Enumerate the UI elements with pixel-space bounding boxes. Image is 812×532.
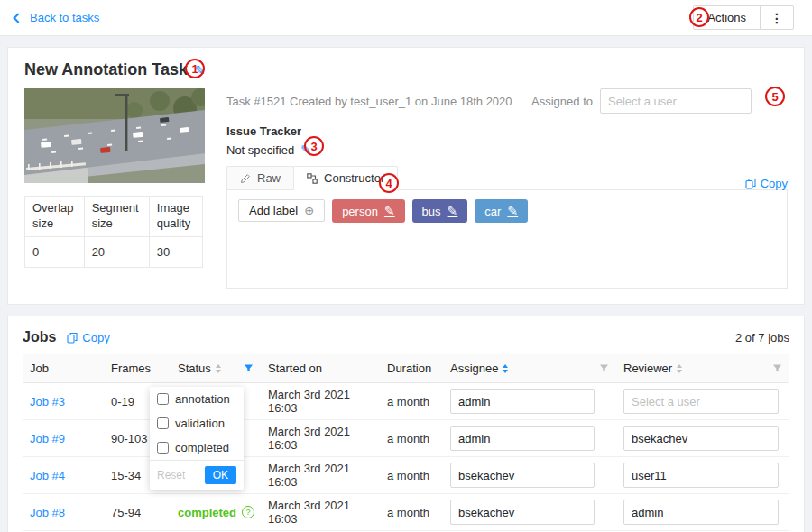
edit-label-person-icon[interactable]: ✎ xyxy=(384,204,395,218)
status-help-icon[interactable]: ? xyxy=(242,506,254,518)
column-duration[interactable]: Duration xyxy=(380,354,443,383)
param-header-overlap: Overlap size xyxy=(25,197,85,237)
duration-cell: a month xyxy=(380,420,443,457)
task-preview-image xyxy=(24,88,205,183)
assignee-input[interactable] xyxy=(450,426,595,451)
duration-cell: a month xyxy=(380,494,443,531)
column-reviewer-label[interactable]: Reviewer xyxy=(623,362,672,375)
back-to-tasks-label: Back to tasks xyxy=(30,11,99,24)
assigned-to-wrap: Assigned to xyxy=(531,88,788,114)
assignee-sort-icons[interactable] xyxy=(503,364,508,373)
table-row: Job #8 75-94 completed ? March 3rd 2021 … xyxy=(23,494,789,531)
column-started-on[interactable]: Started on xyxy=(261,354,380,383)
assigned-to-input[interactable] xyxy=(600,88,752,114)
column-frames[interactable]: Frames xyxy=(104,354,171,383)
filter-option-validation[interactable]: validation xyxy=(150,411,244,436)
filter-option-annotation-label: annotation xyxy=(175,392,230,406)
annotation-marker-3: 3 xyxy=(304,136,324,156)
param-header-segment: Segment size xyxy=(84,197,149,237)
label-chip-person[interactable]: person ✎ xyxy=(332,199,404,223)
param-value-overlap: 0 xyxy=(25,236,85,267)
add-label-button[interactable]: Add label ⊕ xyxy=(238,199,325,222)
label-chip-person-name: person xyxy=(342,205,378,218)
jobs-card: Jobs Copy 2 of 7 jobs Job Frames Status xyxy=(7,316,805,532)
filter-checkbox-completed[interactable] xyxy=(157,442,169,454)
reviewer-filter-icon[interactable] xyxy=(772,363,782,373)
reviewer-input[interactable] xyxy=(623,389,779,414)
duration-cell: a month xyxy=(380,457,443,494)
column-assignee-label[interactable]: Assignee xyxy=(450,362,498,375)
assignee-input[interactable] xyxy=(450,463,595,488)
tab-raw-label: Raw xyxy=(257,171,281,185)
label-chip-bus[interactable]: bus ✎ xyxy=(412,199,468,223)
job-link[interactable]: Job #3 xyxy=(30,395,65,408)
table-row: Job #4 15-34 March 3rd 2021 16:03 a mont… xyxy=(23,457,789,494)
task-details-card: New Annotation Task ✎ xyxy=(7,47,805,305)
plus-circle-icon: ⊕ xyxy=(304,204,314,217)
constructor-icon xyxy=(307,173,318,184)
reviewer-input[interactable] xyxy=(623,426,779,451)
label-chip-car-name: car xyxy=(484,205,501,218)
task-title-row: New Annotation Task ✎ xyxy=(24,60,788,79)
labels-copy-label: Copy xyxy=(761,177,788,190)
filter-ok-button[interactable]: OK xyxy=(205,466,236,484)
copy-icon xyxy=(745,178,756,189)
more-menu-button[interactable]: ⋮ xyxy=(760,5,794,30)
filter-option-validation-label: validation xyxy=(175,417,225,430)
column-assignee: Assignee xyxy=(443,354,616,383)
edit-label-bus-icon[interactable]: ✎ xyxy=(448,204,458,218)
tab-raw[interactable]: Raw xyxy=(226,166,294,190)
jobs-copy-link[interactable]: Copy xyxy=(67,331,109,344)
assignee-input[interactable] xyxy=(450,500,595,525)
column-status: Status xyxy=(171,354,261,383)
edit-label-car-icon[interactable]: ✎ xyxy=(507,204,518,218)
label-chip-bus-name: bus xyxy=(422,205,441,218)
jobs-header: Jobs Copy 2 of 7 jobs xyxy=(23,327,789,347)
status-cell: completed ? xyxy=(171,494,261,531)
job-link[interactable]: Job #8 xyxy=(30,506,65,519)
job-link[interactable]: Job #9 xyxy=(30,432,65,445)
column-status-label[interactable]: Status xyxy=(178,362,211,375)
task-left-column: Overlap size Segment size Image quality … xyxy=(24,88,205,289)
frames-cell: 75-94 xyxy=(104,494,171,531)
job-link[interactable]: Job #4 xyxy=(30,469,65,482)
add-label-text: Add label xyxy=(249,204,298,217)
assignee-input[interactable] xyxy=(450,389,595,414)
filter-reset-button[interactable]: Reset xyxy=(157,469,185,482)
filter-option-completed[interactable]: completed xyxy=(150,436,244,460)
filter-checkbox-annotation[interactable] xyxy=(157,393,169,405)
filter-option-annotation[interactable]: annotation xyxy=(150,387,244,411)
status-filter-icon[interactable] xyxy=(244,363,254,373)
param-value-segment: 20 xyxy=(84,236,149,267)
column-reviewer: Reviewer xyxy=(616,354,789,383)
jobs-copy-label: Copy xyxy=(82,331,109,344)
labels-tabs-row: Raw Constructor Copy xyxy=(226,166,788,190)
status-sort-icons[interactable] xyxy=(216,364,221,373)
copy-icon xyxy=(67,332,78,344)
filter-option-completed-label: completed xyxy=(175,441,229,454)
param-header-quality: Image quality xyxy=(149,197,202,237)
label-chip-car[interactable]: car ✎ xyxy=(475,199,528,223)
column-job[interactable]: Job xyxy=(23,354,104,383)
tab-constructor-label: Constructor xyxy=(324,171,384,185)
status-filter-dropdown: annotation validation completed Reset OK xyxy=(150,387,244,490)
task-title: New Annotation Task xyxy=(24,60,188,79)
labels-constructor-panel: Add label ⊕ person ✎ bus ✎ car ✎ xyxy=(226,189,788,289)
params-value-row: 0 20 30 xyxy=(25,236,203,267)
reviewer-input[interactable] xyxy=(623,463,779,488)
labels-copy-link[interactable]: Copy xyxy=(745,177,788,190)
reviewer-sort-icons[interactable] xyxy=(677,364,682,373)
raw-pencil-icon xyxy=(240,173,251,184)
param-value-quality: 30 xyxy=(149,236,202,267)
filter-footer: Reset OK xyxy=(150,460,244,490)
filter-checkbox-validation[interactable] xyxy=(157,417,169,429)
annotation-marker-4: 4 xyxy=(379,173,399,193)
table-row: Job #3 0-19 March 3rd 2021 16:03 a month xyxy=(23,383,789,420)
back-to-tasks-link[interactable]: Back to tasks xyxy=(14,11,99,24)
issue-tracker-value: Not specified xyxy=(226,143,294,157)
assignee-filter-icon[interactable] xyxy=(599,363,609,373)
started-cell: March 3rd 2021 16:03 xyxy=(261,457,380,494)
assigned-to-label: Assigned to xyxy=(531,95,593,108)
reviewer-input[interactable] xyxy=(623,500,779,525)
jobs-count-text: 2 of 7 jobs xyxy=(735,331,789,344)
